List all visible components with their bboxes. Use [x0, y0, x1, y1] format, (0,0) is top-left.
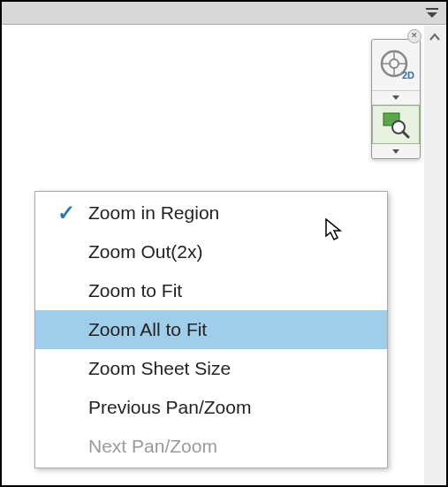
menu-item-next-pan-zoom: Next Pan/Zoom: [35, 427, 387, 466]
steering-wheel-button[interactable]: 2D: [372, 40, 420, 91]
navigation-toolbar: ✕ 2D: [371, 39, 421, 159]
steering-wheel-dropdown[interactable]: [372, 91, 420, 105]
menu-item-zoom-sheet-size[interactable]: Zoom Sheet Size: [35, 349, 387, 388]
menu-item-zoom-out-2x[interactable]: Zoom Out(2x): [35, 232, 387, 271]
menu-label: Zoom to Fit: [88, 280, 387, 301]
zoom-region-dropdown[interactable]: [372, 144, 420, 158]
svg-line-11: [403, 132, 408, 137]
svg-point-3: [390, 59, 399, 68]
menu-label: Previous Pan/Zoom: [88, 397, 387, 418]
menu-item-zoom-to-fit[interactable]: Zoom to Fit: [35, 271, 387, 310]
steering-wheel-2d-icon: 2D: [377, 47, 414, 84]
menu-check-gutter: ✓: [44, 201, 88, 225]
zoom-region-button[interactable]: [372, 105, 420, 144]
menu-label: Zoom Out(2x): [88, 241, 387, 263]
menu-label: Next Pan/Zoom: [88, 436, 387, 457]
menu-label: Zoom All to Fit: [88, 319, 387, 340]
close-icon: ✕: [411, 31, 418, 40]
menu-label: Zoom Sheet Size: [88, 358, 387, 379]
svg-text:2D: 2D: [402, 70, 414, 80]
panel-options-dropdown-icon[interactable]: [425, 6, 439, 17]
checkmark-icon: ✓: [57, 201, 75, 225]
chevron-down-icon: [392, 95, 399, 100]
chevron-down-icon: [392, 149, 399, 154]
svg-marker-1: [427, 12, 437, 18]
vertical-scrollbar[interactable]: [424, 26, 446, 485]
menu-item-zoom-in-region[interactable]: ✓ Zoom in Region: [35, 194, 387, 232]
menu-item-zoom-all-to-fit[interactable]: Zoom All to Fit: [35, 310, 387, 349]
scroll-up-icon[interactable]: [429, 31, 441, 43]
panel-titlebar: [2, 2, 446, 25]
zoom-region-icon: [381, 110, 411, 139]
menu-item-previous-pan-zoom[interactable]: Previous Pan/Zoom: [35, 388, 387, 427]
menu-label: Zoom in Region: [88, 202, 387, 224]
zoom-context-menu: ✓ Zoom in Region Zoom Out(2x) Zoom to Fi…: [34, 191, 388, 468]
panel-content: ✕ 2D: [2, 26, 446, 485]
